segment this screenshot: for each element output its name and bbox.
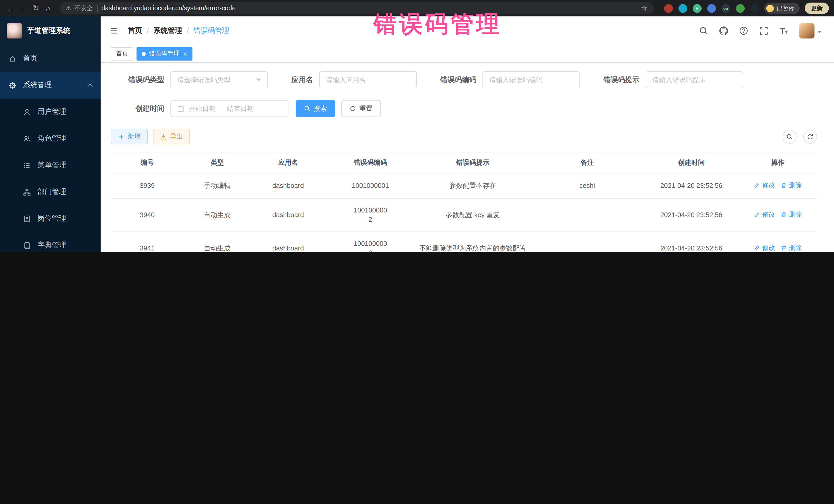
reload-icon[interactable]: ↻ — [30, 2, 42, 14]
show-search-button[interactable] — [783, 130, 796, 144]
hamburger-icon[interactable] — [109, 27, 119, 35]
date-range-picker[interactable]: 开始日期 - 结束日期 — [170, 100, 288, 117]
cell-app: dashboard — [251, 232, 326, 252]
address-bar[interactable]: ⚠ 不安全 dashboard.yudao.iocoder.cn/system/… — [60, 2, 654, 14]
user-avatar — [799, 23, 814, 39]
close-icon[interactable]: × — [183, 50, 187, 57]
badge-icon — [23, 215, 31, 222]
column-header-2: 应用名 — [251, 152, 326, 173]
extensions-row: Von — [664, 4, 759, 13]
cell-app: dashboard — [251, 198, 326, 232]
delete-link[interactable]: 删除 — [781, 243, 802, 252]
refresh-icon — [350, 105, 356, 112]
sidebar-item-label: 字典管理 — [38, 241, 66, 250]
breadcrumb: 首页/系统管理/错误码管理 — [128, 26, 229, 36]
cell-time: 2021-04-20 23:52:56 — [644, 232, 739, 252]
paused-badge[interactable]: 已暂停 — [764, 3, 799, 14]
search-icon[interactable] — [699, 26, 708, 36]
sidebar-item-home[interactable]: 首页 — [0, 45, 101, 72]
sidebar-item-label: 首页 — [23, 54, 38, 63]
fullscreen-icon[interactable] — [759, 26, 768, 36]
export-button[interactable]: 导出 — [153, 129, 190, 144]
table-row: 3939手动编辑dashboard1001000001参数配置不存在ceshi2… — [111, 173, 817, 198]
chevron-down-icon — [817, 31, 822, 35]
cell-code: 100100000 3 — [326, 232, 415, 252]
logo-row[interactable]: 芋道管理系统 — [0, 17, 101, 45]
edit-link[interactable]: 修改 — [754, 210, 775, 219]
cell-memo — [530, 198, 644, 232]
tab-label: 错误码管理 — [149, 49, 180, 58]
pencil-icon — [754, 245, 760, 251]
refresh-table-button[interactable] — [803, 130, 817, 144]
sidebar-menu: 首页系统管理用户管理角色管理菜单管理部门管理岗位管理字典管理通知公告审计日志在线… — [0, 45, 101, 252]
github-icon[interactable] — [719, 26, 728, 36]
sidebar-item-menu[interactable]: 菜单管理 — [0, 152, 101, 179]
extension-teal-icon[interactable] — [678, 4, 687, 13]
table-row: 3940自动生成dashboard100100000 2参数配置 key 重复2… — [111, 198, 817, 232]
breadcrumb-item[interactable]: 系统管理 — [153, 26, 182, 36]
code-input[interactable] — [482, 71, 580, 88]
paused-label: 已暂停 — [777, 4, 794, 12]
start-date-placeholder: 开始日期 — [189, 104, 216, 113]
address-divider — [97, 5, 97, 12]
home-nav-icon[interactable]: ⌂ — [42, 2, 54, 14]
tab-error-code[interactable]: 错误码管理× — [136, 47, 193, 60]
navbar: 首页/系统管理/错误码管理 — [101, 17, 834, 45]
update-button[interactable]: 更新 — [805, 3, 829, 14]
cell-memo: ceshi — [530, 173, 644, 198]
pencil-icon — [754, 212, 760, 218]
extension-onetab-icon[interactable]: on — [721, 4, 730, 13]
reset-button[interactable]: 重置 — [341, 100, 381, 117]
extension-vue-devtools-icon[interactable]: V — [693, 4, 701, 13]
extension-dark-pin-icon[interactable] — [750, 4, 759, 13]
cell-time: 2021-04-20 23:52:56 — [644, 198, 739, 232]
extension-green-icon[interactable] — [736, 4, 744, 13]
sidebar-item-dept[interactable]: 部门管理 — [0, 179, 101, 205]
gear-icon — [9, 81, 17, 89]
book-icon — [23, 241, 31, 249]
sidebar-item-role[interactable]: 角色管理 — [0, 125, 101, 152]
edit-label: 修改 — [762, 243, 775, 252]
back-icon[interactable]: ← — [5, 2, 18, 14]
app-input[interactable] — [319, 71, 417, 88]
sidebar-item-system[interactable]: 系统管理 — [0, 72, 101, 98]
download-icon — [160, 133, 167, 140]
sidebar-item-label: 部门管理 — [38, 187, 66, 197]
cell-actions: 修改删除 — [739, 232, 817, 252]
delete-link[interactable]: 删除 — [781, 181, 802, 190]
security-label: 不安全 — [74, 4, 93, 13]
extension-blue-icon[interactable] — [707, 4, 716, 13]
hint-input[interactable] — [646, 71, 743, 88]
forward-icon[interactable]: → — [18, 2, 30, 14]
help-icon[interactable] — [739, 26, 748, 36]
search-button[interactable]: 搜索 — [295, 100, 335, 117]
tab-home[interactable]: 首页 — [111, 47, 133, 60]
add-button[interactable]: 新增 — [111, 129, 148, 144]
extension-red-icon[interactable] — [664, 4, 673, 13]
security-warning[interactable]: ⚠ 不安全 — [66, 4, 93, 13]
type-select[interactable]: 请选择错误码类型 — [170, 71, 268, 88]
delete-link[interactable]: 删除 — [781, 210, 802, 219]
warning-icon: ⚠ — [66, 5, 71, 12]
breadcrumb-separator: / — [187, 27, 189, 35]
cell-id: 3939 — [111, 173, 183, 198]
sidebar-item-dict[interactable]: 字典管理 — [0, 232, 101, 252]
edit-link[interactable]: 修改 — [754, 181, 775, 190]
search-icon — [786, 133, 793, 140]
users-icon — [23, 135, 31, 143]
sidebar-item-user[interactable]: 用户管理 — [0, 98, 101, 125]
column-header-5: 备注 — [530, 152, 644, 173]
table-row: 3941自动生成dashboard100100000 3不能删除类型为系统内置的… — [111, 232, 817, 252]
user-menu[interactable] — [799, 23, 822, 39]
table-header-row: 编号类型应用名错误码编码错误码提示备注创建时间操作 — [111, 152, 817, 173]
sidebar-item-label: 角色管理 — [38, 134, 66, 143]
sidebar-item-post[interactable]: 岗位管理 — [0, 205, 101, 232]
bookmark-star-icon[interactable]: ☆ — [641, 4, 648, 12]
edit-link[interactable]: 修改 — [754, 243, 775, 252]
font-size-icon[interactable] — [779, 26, 788, 36]
cell-msg: 参数配置不存在 — [415, 173, 530, 198]
table-toolbar: 新增 导出 — [111, 129, 817, 144]
cell-msg: 不能删除类型为系统内置的参数配置 — [415, 232, 530, 252]
breadcrumb-item[interactable]: 首页 — [128, 26, 142, 36]
trash-icon — [781, 245, 787, 251]
